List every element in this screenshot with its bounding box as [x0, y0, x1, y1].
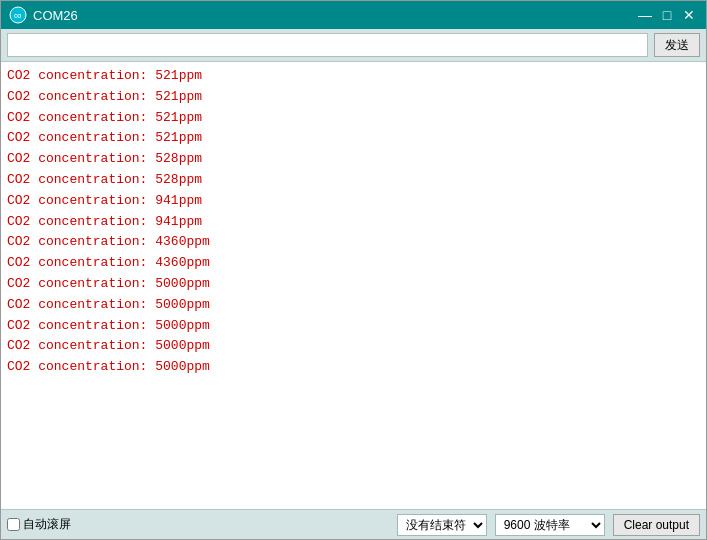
table-row: CO2 concentration: 521ppm	[7, 128, 700, 149]
output-label: CO2 concentration:	[7, 89, 155, 104]
output-value: 5000ppm	[155, 338, 210, 353]
output-value: 521ppm	[155, 130, 202, 145]
status-bar: 自动滚屏 没有结束符换行回车换行和回车 300 波特率1200 波特率2400 …	[1, 509, 706, 539]
table-row: CO2 concentration: 528ppm	[7, 149, 700, 170]
output-value: 5000ppm	[155, 276, 210, 291]
table-row: CO2 concentration: 5000ppm	[7, 316, 700, 337]
table-row: CO2 concentration: 5000ppm	[7, 295, 700, 316]
auto-scroll-text: 自动滚屏	[23, 516, 71, 533]
table-row: CO2 concentration: 521ppm	[7, 108, 700, 129]
clear-output-button[interactable]: Clear output	[613, 514, 700, 536]
output-label: CO2 concentration:	[7, 318, 155, 333]
output-value: 528ppm	[155, 172, 202, 187]
output-area[interactable]: CO2 concentration: 521ppmCO2 concentrati…	[1, 62, 706, 509]
output-value: 5000ppm	[155, 359, 210, 374]
output-value: 4360ppm	[155, 234, 210, 249]
table-row: CO2 concentration: 5000ppm	[7, 274, 700, 295]
output-value: 521ppm	[155, 110, 202, 125]
send-button[interactable]: 发送	[654, 33, 700, 57]
output-label: CO2 concentration:	[7, 214, 155, 229]
send-input[interactable]	[7, 33, 648, 57]
output-label: CO2 concentration:	[7, 255, 155, 270]
output-label: CO2 concentration:	[7, 68, 155, 83]
minimize-button[interactable]: —	[636, 6, 654, 24]
output-label: CO2 concentration:	[7, 110, 155, 125]
output-label: CO2 concentration:	[7, 151, 155, 166]
table-row: CO2 concentration: 5000ppm	[7, 336, 700, 357]
output-label: CO2 concentration:	[7, 297, 155, 312]
main-window: ∞ COM26 — □ ✕ 发送 CO2 concentration: 521p…	[0, 0, 707, 540]
baud-rate-select[interactable]: 300 波特率1200 波特率2400 波特率4800 波特率9600 波特率1…	[495, 514, 605, 536]
line-ending-select[interactable]: 没有结束符换行回车换行和回车	[397, 514, 487, 536]
window-title: COM26	[33, 8, 636, 23]
output-value: 4360ppm	[155, 255, 210, 270]
table-row: CO2 concentration: 941ppm	[7, 212, 700, 233]
maximize-button[interactable]: □	[658, 6, 676, 24]
output-label: CO2 concentration:	[7, 359, 155, 374]
output-value: 528ppm	[155, 151, 202, 166]
output-value: 5000ppm	[155, 318, 210, 333]
app-logo: ∞	[9, 6, 27, 24]
table-row: CO2 concentration: 4360ppm	[7, 232, 700, 253]
window-controls: — □ ✕	[636, 6, 698, 24]
auto-scroll-checkbox[interactable]	[7, 518, 20, 531]
output-label: CO2 concentration:	[7, 172, 155, 187]
output-value: 521ppm	[155, 68, 202, 83]
output-value: 5000ppm	[155, 297, 210, 312]
output-value: 941ppm	[155, 214, 202, 229]
toolbar: 发送	[1, 29, 706, 62]
output-value: 521ppm	[155, 89, 202, 104]
table-row: CO2 concentration: 521ppm	[7, 66, 700, 87]
table-row: CO2 concentration: 528ppm	[7, 170, 700, 191]
output-label: CO2 concentration:	[7, 234, 155, 249]
output-label: CO2 concentration:	[7, 130, 155, 145]
table-row: CO2 concentration: 4360ppm	[7, 253, 700, 274]
output-label: CO2 concentration:	[7, 276, 155, 291]
output-label: CO2 concentration:	[7, 193, 155, 208]
table-row: CO2 concentration: 5000ppm	[7, 357, 700, 378]
table-row: CO2 concentration: 521ppm	[7, 87, 700, 108]
close-button[interactable]: ✕	[680, 6, 698, 24]
output-value: 941ppm	[155, 193, 202, 208]
svg-text:∞: ∞	[14, 9, 22, 21]
auto-scroll-label[interactable]: 自动滚屏	[7, 516, 71, 533]
title-bar: ∞ COM26 — □ ✕	[1, 1, 706, 29]
output-label: CO2 concentration:	[7, 338, 155, 353]
table-row: CO2 concentration: 941ppm	[7, 191, 700, 212]
